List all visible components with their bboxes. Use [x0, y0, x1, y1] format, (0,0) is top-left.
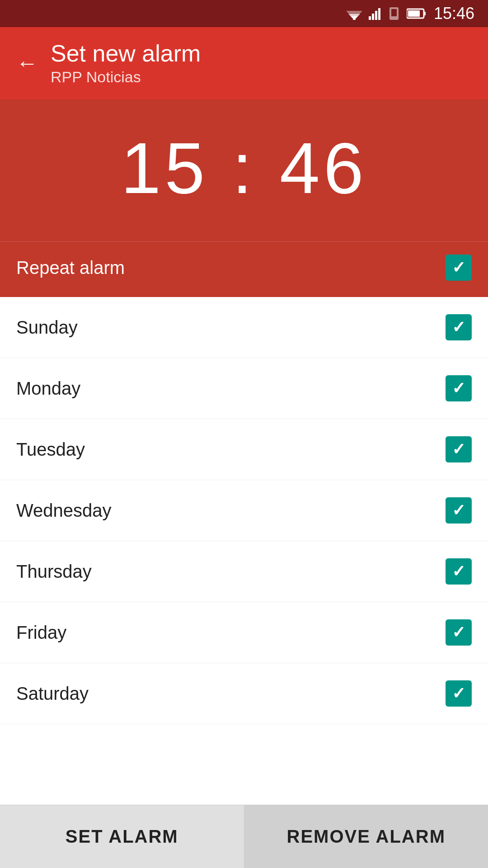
status-bar: 15:46: [0, 0, 488, 27]
day-row[interactable]: Wednesday✓: [0, 480, 488, 541]
wifi-icon: [346, 7, 362, 20]
svg-rect-11: [424, 12, 426, 15]
time-display-section[interactable]: 15 : 46: [0, 99, 488, 241]
repeat-alarm-label: Repeat alarm: [16, 258, 125, 278]
battery-icon: [407, 8, 427, 19]
checkmark-icon: ✓: [452, 685, 465, 702]
checkmark-icon: ✓: [452, 563, 465, 580]
svg-rect-7: [378, 8, 380, 20]
repeat-alarm-row[interactable]: Repeat alarm ✓: [0, 241, 488, 297]
day-label: Monday: [16, 378, 80, 399]
svg-rect-5: [372, 14, 374, 20]
day-label: Tuesday: [16, 439, 85, 460]
repeat-alarm-checkbox[interactable]: ✓: [446, 255, 472, 281]
time-display[interactable]: 15 : 46: [121, 127, 367, 210]
back-button[interactable]: ←: [16, 52, 38, 74]
day-row[interactable]: Friday✓: [0, 602, 488, 663]
day-label: Saturday: [16, 684, 89, 704]
day-label: Wednesday: [16, 500, 112, 521]
svg-rect-12: [408, 10, 420, 17]
day-row[interactable]: Tuesday✓: [0, 419, 488, 480]
day-row[interactable]: Sunday✓: [0, 297, 488, 358]
checkmark-icon: ✓: [452, 380, 465, 396]
set-alarm-button[interactable]: SET ALARM: [0, 805, 244, 868]
header-text-block: Set new alarm RPP Noticias: [51, 41, 201, 86]
app-header: ← Set new alarm RPP Noticias: [0, 27, 488, 99]
checkmark-icon: ✓: [452, 624, 465, 641]
time-hours[interactable]: 15: [121, 127, 208, 208]
page-title: Set new alarm: [51, 41, 201, 66]
checkmark-icon: ✓: [452, 441, 465, 458]
status-icons: [346, 7, 427, 20]
checkmark-icon: ✓: [452, 259, 465, 276]
day-checkbox-monday[interactable]: ✓: [446, 375, 472, 401]
time-minutes[interactable]: 46: [280, 127, 367, 208]
svg-rect-6: [375, 11, 377, 20]
day-row[interactable]: Thursday✓: [0, 541, 488, 602]
header-subtitle: RPP Noticias: [51, 68, 201, 86]
day-checkbox-tuesday[interactable]: ✓: [446, 436, 472, 462]
checkmark-icon: ✓: [452, 319, 465, 335]
svg-rect-9: [391, 9, 397, 16]
time-separator: :: [232, 127, 256, 208]
checkmark-icon: ✓: [452, 502, 465, 519]
status-time: 15:46: [434, 4, 474, 23]
day-label: Thursday: [16, 561, 92, 582]
remove-alarm-button[interactable]: REMOVE ALARM: [244, 805, 488, 868]
day-checkbox-wednesday[interactable]: ✓: [446, 497, 472, 524]
day-checkbox-friday[interactable]: ✓: [446, 619, 472, 646]
day-row[interactable]: Saturday✓: [0, 663, 488, 724]
day-label: Sunday: [16, 317, 78, 338]
bottom-spacer: [0, 724, 488, 797]
day-checkbox-saturday[interactable]: ✓: [446, 680, 472, 707]
day-checkbox-sunday[interactable]: ✓: [446, 314, 472, 340]
sim-icon: [388, 7, 400, 20]
day-checkbox-thursday[interactable]: ✓: [446, 558, 472, 585]
days-list: Sunday✓Monday✓Tuesday✓Wednesday✓Thursday…: [0, 297, 488, 724]
bottom-buttons: SET ALARM REMOVE ALARM: [0, 805, 488, 868]
svg-rect-4: [369, 16, 371, 20]
day-label: Friday: [16, 623, 66, 643]
signal-icon: [369, 7, 381, 20]
day-row[interactable]: Monday✓: [0, 358, 488, 419]
